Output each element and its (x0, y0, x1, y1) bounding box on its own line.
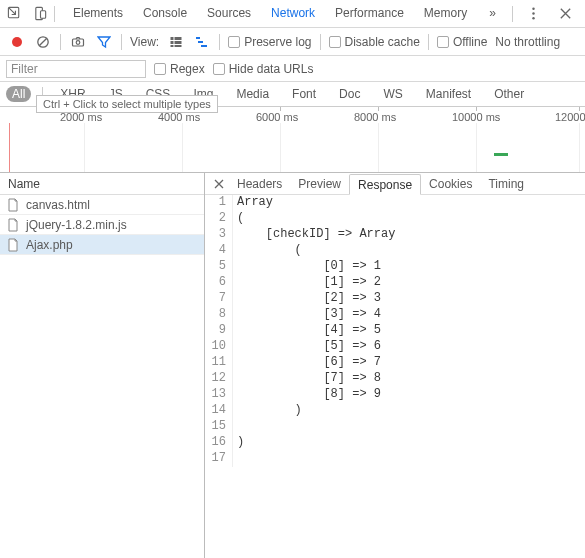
timeline-label: 10000 ms (452, 111, 500, 123)
line-number: 12 (205, 371, 233, 387)
request-row[interactable]: Ajax.php (0, 235, 204, 255)
line-number: 15 (205, 419, 233, 435)
code-line: ) (233, 435, 244, 451)
line-number: 9 (205, 323, 233, 339)
timeline-label: 8000 ms (354, 111, 396, 123)
regex-label: Regex (170, 62, 205, 76)
code-line (233, 451, 237, 467)
regex-checkbox[interactable]: Regex (154, 62, 205, 76)
detail-tab-cookies[interactable]: Cookies (421, 173, 480, 194)
svg-point-9 (76, 40, 80, 44)
offline-input[interactable] (437, 36, 449, 48)
svg-rect-18 (201, 45, 207, 47)
detail-tab-response[interactable]: Response (349, 174, 421, 195)
svg-rect-12 (171, 41, 174, 44)
detail-tabs: HeadersPreviewResponseCookiesTiming (205, 173, 585, 195)
detail-tab-timing[interactable]: Timing (480, 173, 532, 194)
view-label: View: (130, 35, 159, 49)
name-column-header[interactable]: Name (0, 173, 204, 195)
overview-icon[interactable] (193, 33, 211, 51)
large-rows-icon[interactable] (167, 33, 185, 51)
svg-rect-14 (171, 45, 174, 47)
preserve-log-checkbox[interactable]: Preserve log (228, 35, 311, 49)
separator (320, 34, 321, 50)
tab-overflow[interactable]: » (479, 6, 506, 22)
line-number: 14 (205, 403, 233, 419)
request-name: canvas.html (26, 198, 90, 212)
detail-tab-preview[interactable]: Preview (290, 173, 349, 194)
svg-point-3 (532, 8, 534, 10)
response-body[interactable]: 1Array2(3 [checkID] => Array4 (5 [0] => … (205, 195, 585, 558)
separator (219, 34, 220, 50)
separator (54, 6, 55, 22)
tab-sources[interactable]: Sources (197, 0, 261, 27)
filter-icon[interactable] (95, 33, 113, 51)
svg-rect-8 (73, 39, 84, 46)
type-pill-manifest[interactable]: Manifest (420, 86, 477, 102)
split-pane: Name canvas.htmljQuery-1.8.2.min.jsAjax.… (0, 173, 585, 558)
hide-data-urls-input[interactable] (213, 63, 225, 75)
svg-point-6 (12, 37, 22, 47)
svg-rect-15 (175, 45, 182, 47)
svg-rect-11 (175, 37, 182, 40)
detail-pane: HeadersPreviewResponseCookiesTiming 1Arr… (205, 173, 585, 558)
request-list: canvas.htmljQuery-1.8.2.min.jsAjax.php (0, 195, 204, 558)
timeline-bar (494, 153, 508, 156)
request-name: jQuery-1.8.2.min.js (26, 218, 127, 232)
type-pill-other[interactable]: Other (488, 86, 530, 102)
type-pill-ws[interactable]: WS (377, 86, 408, 102)
disable-cache-input[interactable] (329, 36, 341, 48)
tab-console[interactable]: Console (133, 0, 197, 27)
disable-cache-label: Disable cache (345, 35, 420, 49)
code-line: [1] => 2 (233, 275, 381, 291)
code-line: [5] => 6 (233, 339, 381, 355)
filter-input[interactable] (6, 60, 146, 78)
type-filter-bar: Ctrl + Click to select multiple types Al… (0, 82, 585, 107)
type-pill-all[interactable]: All (6, 86, 31, 102)
chevron-double-right-icon: » (489, 6, 496, 20)
line-number: 4 (205, 243, 233, 259)
type-pill-font[interactable]: Font (286, 86, 322, 102)
regex-input[interactable] (154, 63, 166, 75)
code-line: ( (233, 243, 302, 259)
preserve-log-input[interactable] (228, 36, 240, 48)
line-number: 11 (205, 355, 233, 371)
record-icon[interactable] (8, 33, 26, 51)
hide-data-urls-label: Hide data URLs (229, 62, 314, 76)
capture-screenshots-icon[interactable] (69, 33, 87, 51)
device-toolbar-icon[interactable] (28, 2, 52, 26)
line-number: 3 (205, 227, 233, 243)
file-icon (6, 218, 20, 232)
code-line (233, 419, 237, 435)
tab-elements[interactable]: Elements (63, 0, 133, 27)
tab-memory[interactable]: Memory (414, 0, 477, 27)
request-row[interactable]: canvas.html (0, 195, 204, 215)
timeline-label: 6000 ms (256, 111, 298, 123)
separator (428, 34, 429, 50)
file-icon (6, 198, 20, 212)
inspect-icon[interactable] (2, 2, 26, 26)
code-line: [4] => 5 (233, 323, 381, 339)
svg-rect-16 (196, 37, 200, 39)
svg-rect-2 (40, 11, 45, 19)
detail-tab-headers[interactable]: Headers (229, 173, 290, 194)
tab-performance[interactable]: Performance (325, 0, 414, 27)
line-number: 6 (205, 275, 233, 291)
close-detail-icon[interactable] (209, 173, 229, 194)
disable-cache-checkbox[interactable]: Disable cache (329, 35, 420, 49)
request-row[interactable]: jQuery-1.8.2.min.js (0, 215, 204, 235)
code-line: [0] => 1 (233, 259, 381, 275)
kebab-menu-icon[interactable] (521, 2, 545, 26)
clear-icon[interactable] (34, 33, 52, 51)
close-icon[interactable] (553, 2, 577, 26)
type-pill-doc[interactable]: Doc (333, 86, 366, 102)
hide-data-urls-checkbox[interactable]: Hide data URLs (213, 62, 314, 76)
separator (512, 6, 513, 22)
timeline-overview[interactable]: 2000 ms4000 ms6000 ms8000 ms10000 ms1200… (0, 107, 585, 173)
offline-checkbox[interactable]: Offline (437, 35, 487, 49)
svg-rect-17 (198, 41, 203, 43)
type-pill-media[interactable]: Media (230, 86, 275, 102)
main-tabbar: ElementsConsoleSourcesNetworkPerformance… (0, 0, 585, 28)
throttling-select[interactable]: No throttling (495, 35, 560, 49)
tab-network[interactable]: Network (261, 0, 325, 27)
